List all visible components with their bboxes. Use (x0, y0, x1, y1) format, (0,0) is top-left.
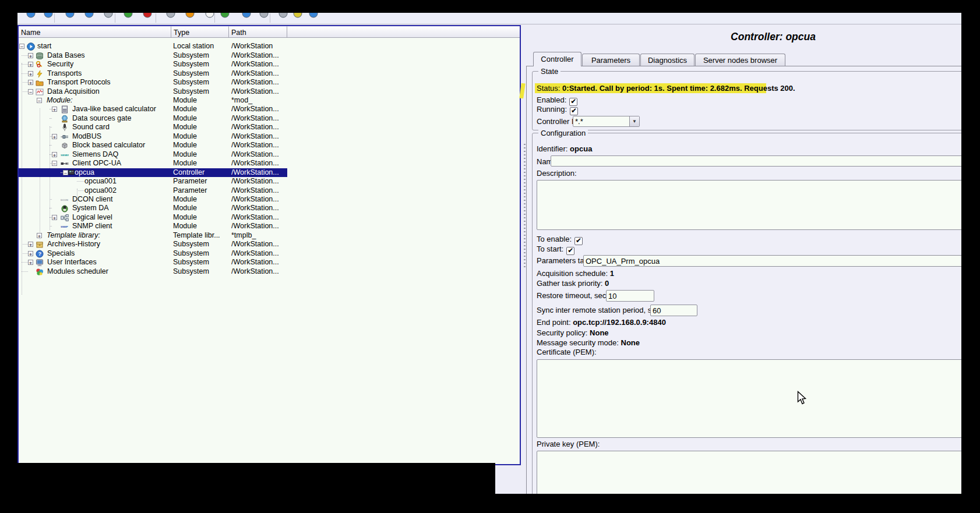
restore-timeout-input[interactable] (606, 290, 654, 302)
tree-column-header-path[interactable]: Path (229, 26, 287, 38)
tab-server-nodes-browser[interactable]: Server nodes browser (695, 54, 785, 66)
toolbar-icon-9[interactable] (185, 13, 195, 18)
description-textarea[interactable] (537, 180, 961, 230)
tree-cell-name: opcua (75, 168, 171, 177)
tree-row-security[interactable]: +SecuritySubsystem/WorkStation... (19, 60, 520, 69)
tree-row-user-interfaces[interactable]: +User InterfacesSubsystem/WorkStation... (19, 258, 520, 267)
toolbar-separator (214, 13, 215, 23)
expand-icon[interactable]: + (28, 251, 33, 256)
project-tree-panel[interactable]: Name Type Path −startLocal station/WorkS… (17, 25, 521, 465)
expand-icon[interactable]: + (28, 80, 33, 85)
expand-icon[interactable]: + (52, 134, 57, 139)
expand-icon[interactable]: + (52, 215, 57, 220)
toolbar-icon-4[interactable] (84, 13, 94, 18)
collapse-icon[interactable]: − (52, 161, 57, 166)
tab-parameters[interactable]: Parameters (582, 54, 640, 66)
tree-row-data-acquisition[interactable]: −Data AcquisitionSubsystem/WorkStation..… (19, 87, 520, 96)
toolbar-icon-14[interactable] (279, 13, 288, 18)
expand-icon[interactable]: + (52, 152, 57, 157)
to-start-checkbox[interactable]: ✔ (566, 247, 574, 255)
tree-row-sound-card[interactable]: Sound cardModule/WorkStation... (19, 123, 520, 132)
security-policy-line: Security policy: None (537, 328, 609, 338)
parameters-table-input[interactable] (583, 255, 961, 267)
toolbar-icon-6[interactable] (124, 13, 133, 18)
tree-row-logical-level[interactable]: +Logical levelModule/WorkStation... (19, 213, 520, 222)
toolbar-icon-3[interactable] (65, 13, 75, 18)
expand-icon[interactable]: + (28, 260, 33, 265)
expand-icon[interactable]: + (52, 107, 57, 112)
tree-row-opcua[interactable]: −opcuaController/WorkStation... (19, 168, 520, 177)
expand-icon[interactable]: + (28, 62, 33, 67)
tree-cell-name: opcua001 (84, 177, 171, 186)
toolbar-icon-10[interactable] (205, 13, 214, 18)
tree-row-modules-scheduler[interactable]: Modules schedulerSubsystem/WorkStation..… (19, 267, 520, 276)
expand-icon[interactable]: + (28, 71, 33, 76)
tree-row-java-like-based-calculator[interactable]: +Java-like based calculatorModule/WorkSt… (19, 105, 520, 114)
tree-row-specials[interactable]: +?SpecialsSubsystem/WorkStation... (19, 249, 520, 258)
tree-cell-name: start (37, 42, 171, 51)
toolbar-icon-12[interactable] (242, 13, 251, 18)
tree-row-dcon-client[interactable]: DCONDCON clientModule/WorkStation... (19, 195, 520, 204)
tab-diagnostics[interactable]: Diagnostics (640, 54, 695, 66)
toolbar-icon-2[interactable] (44, 13, 53, 18)
name-input[interactable] (551, 155, 961, 167)
toolbar-icon-11[interactable] (220, 13, 230, 18)
tree-row-archives-history[interactable]: +Archives-HistorySubsystem/WorkStation..… (19, 240, 520, 249)
tab-controller[interactable]: Controller (533, 52, 581, 66)
expand-icon[interactable]: + (37, 233, 42, 238)
sync-period-input[interactable] (650, 305, 697, 316)
chevron-down-icon[interactable]: ▼ (629, 116, 639, 126)
certificate-textarea[interactable] (537, 359, 961, 438)
tree-row-data-sources-gate[interactable]: Data sources gateModule/WorkStation... (19, 114, 520, 123)
tree-cell-name: ModBUS (72, 132, 171, 141)
collapse-icon[interactable]: − (19, 44, 24, 49)
toolbar-icon-15[interactable] (293, 13, 302, 18)
tree-cell-path: /WorkStation... (231, 159, 287, 168)
tree-row-system-da[interactable]: System DAModule/WorkStation... (19, 204, 520, 213)
tree-row-template-library[interactable]: +Template library:Template libr...*tmplb… (19, 231, 520, 240)
toolbar-icon-5[interactable] (104, 13, 113, 18)
tree-cell-type: Subsystem (173, 258, 229, 267)
tree-cell-path: /WorkStation (231, 42, 287, 51)
tree-row-block-based-calculator[interactable]: Block based calculatorModule/WorkStation… (19, 141, 520, 150)
running-checkbox[interactable]: ✔ (570, 107, 578, 115)
collapse-icon[interactable]: − (63, 170, 68, 175)
tree-cell-path: /WorkStation... (231, 213, 287, 222)
collapse-icon[interactable]: − (37, 98, 42, 103)
tree-body[interactable]: −startLocal station/WorkStation+Data Bas… (19, 38, 520, 464)
tree-row-snmp-client[interactable]: SNMPSNMP clientModule/WorkStation... (19, 222, 520, 231)
tree-guide-stub (50, 145, 52, 146)
tree-row-start[interactable]: −startLocal station/WorkStation (19, 42, 520, 51)
tree-row-transports[interactable]: +TransportsSubsystem/WorkStation... (19, 69, 520, 78)
tree-row-module[interactable]: −Module:Module*mod_ (19, 96, 520, 105)
tree-row-siemens-daq[interactable]: +SIEMENSSiemens DAQModule/WorkStation... (19, 150, 520, 159)
start-icon (27, 43, 35, 51)
tree-column-header-name[interactable]: Name (19, 26, 171, 38)
tree-row-opcua001[interactable]: opcua001Parameter/WorkStation... (19, 177, 520, 186)
tree-row-data-bases[interactable]: +Data BasesSubsystem/WorkStation... (19, 51, 520, 60)
tree-cell-path: *tmplb_ (231, 231, 287, 240)
toolbar-icon-7[interactable] (143, 13, 152, 18)
toolbar-icon-8[interactable] (166, 13, 175, 18)
tree-guide-stub (50, 127, 52, 128)
toolbar-icon-16[interactable] (309, 13, 318, 18)
toolbar-separator (115, 13, 115, 23)
tree-cell-path: /WorkStation... (231, 69, 287, 78)
tree-cell-path: /WorkStation... (231, 267, 287, 276)
private-key-textarea[interactable] (537, 451, 961, 494)
letterbox-top (0, 0, 980, 13)
tree-row-client-opc-ua[interactable]: −Client OPC-UAModule/WorkStation... (19, 159, 520, 168)
tree-guide-stub (77, 181, 84, 182)
tree-row-opcua002[interactable]: opcua002Parameter/WorkStation... (19, 186, 520, 195)
tree-row-modbus[interactable]: +ModBUSModule/WorkStation... (19, 132, 520, 141)
to-enable-checkbox[interactable]: ✔ (574, 237, 583, 245)
expand-icon[interactable]: + (28, 242, 33, 247)
toolbar-icon-13[interactable] (259, 13, 269, 18)
toolbar-icon-1[interactable] (26, 13, 36, 18)
collapse-icon[interactable]: − (28, 89, 33, 94)
scheduler-icon (36, 268, 44, 276)
tree-row-transport-protocols[interactable]: +Transport ProtocolsSubsystem/WorkStatio… (19, 78, 520, 87)
controller-db-combobox[interactable]: *.* ▼ (573, 116, 640, 127)
tree-column-header-type[interactable]: Type (171, 26, 229, 38)
expand-icon[interactable]: + (28, 53, 33, 58)
